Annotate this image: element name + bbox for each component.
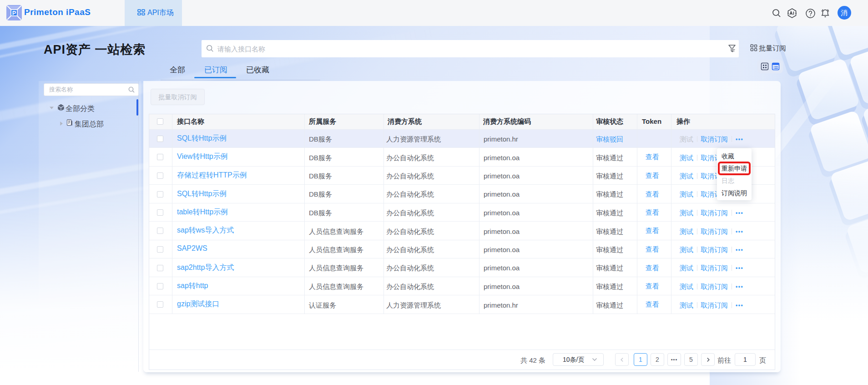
svg-text:P: P [12,10,16,16]
